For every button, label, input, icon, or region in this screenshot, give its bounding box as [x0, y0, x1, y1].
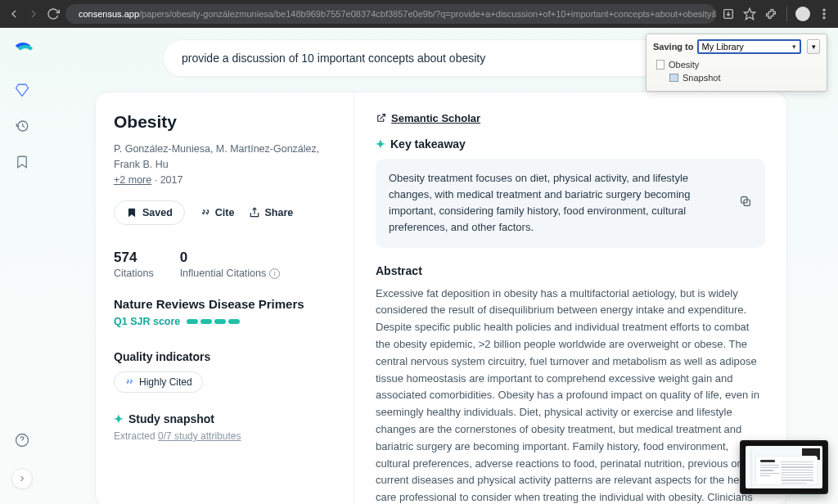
svg-point-7 [823, 17, 825, 19]
saving-to-label: Saving to [653, 42, 694, 52]
url-path: /papers/obesity-gonzálezmuniesa/be148b96… [139, 9, 716, 19]
authors-line: P. González-Muniesa, M. Martínez-Gonzále… [114, 142, 336, 187]
address-bar[interactable]: consensus.app/papers/obesity-gonzálezmun… [65, 4, 716, 24]
history-icon[interactable] [14, 118, 30, 134]
influential-value: 0 [180, 250, 281, 266]
svg-line-13 [380, 115, 385, 119]
journal-name: Nature Reviews Disease Primers [114, 297, 336, 311]
takeaway-body: Obesity treatment focuses on diet, physi… [389, 172, 691, 233]
install-app-icon[interactable] [721, 7, 736, 21]
library-select[interactable]: My Library ▾ [697, 39, 801, 54]
search-input[interactable]: provide a discussion of 10 important con… [163, 39, 719, 77]
reload-button[interactable] [46, 7, 61, 21]
forward-button[interactable] [26, 7, 41, 21]
snapshot-attributes-link[interactable]: 0/7 study attributes [158, 430, 241, 442]
svg-marker-4 [744, 8, 755, 19]
bookmark-star-icon[interactable] [742, 7, 757, 21]
library-select-value: My Library [702, 42, 744, 52]
sparkle-icon: ✦ [376, 137, 385, 151]
saved-button[interactable]: Saved [114, 200, 185, 225]
info-icon[interactable]: i [269, 268, 280, 279]
svg-point-6 [823, 13, 825, 15]
abstract-heading: Abstract [376, 264, 765, 277]
browser-toolbar: consensus.app/papers/obesity-gonzálezmun… [0, 0, 838, 28]
url-domain: consensus.app [79, 9, 139, 19]
saved-item-row[interactable]: Obesity [656, 58, 820, 71]
cite-button-label: Cite [215, 207, 235, 218]
browser-menu-icon[interactable] [817, 7, 831, 21]
svg-marker-8 [16, 84, 29, 96]
saved-item-title: Obesity [669, 60, 699, 70]
help-icon[interactable] [14, 432, 30, 448]
paper-card: Obesity P. González-Muniesa, M. Martínez… [95, 92, 787, 504]
quality-heading: Quality indicators [114, 350, 336, 363]
premium-diamond-icon[interactable] [14, 82, 30, 98]
saved-snapshot-row[interactable]: Snapshot [656, 71, 820, 84]
citations-label: Citations [114, 268, 154, 279]
pip-thumbnail[interactable] [740, 440, 828, 494]
share-button-label: Share [264, 207, 293, 218]
highly-cited-label: Highly Cited [139, 376, 192, 388]
document-icon [656, 60, 665, 70]
highly-cited-pill[interactable]: Highly Cited [114, 371, 203, 393]
semantic-scholar-link[interactable]: Semantic Scholar [376, 112, 765, 124]
search-query-text: provide a discussion of 10 important con… [182, 52, 485, 65]
takeaway-heading: Key takeaway [390, 137, 466, 151]
extensions-icon[interactable] [764, 7, 778, 21]
toolbar-divider [786, 7, 787, 21]
share-button[interactable]: Share [249, 207, 293, 218]
sidebar [0, 28, 44, 504]
sjr-score-bars [187, 319, 240, 324]
library-dropdown-button[interactable]: ▾ [807, 39, 820, 54]
influential-stat: 0 Influential Citationsi [180, 250, 281, 279]
copy-takeaway-button[interactable] [739, 195, 755, 211]
chevron-down-icon: ▾ [792, 43, 796, 51]
paper-title: Obesity [114, 112, 336, 132]
snapshot-icon [669, 74, 678, 82]
sparkle-icon: ✦ [114, 412, 124, 425]
saved-button-label: Saved [142, 207, 173, 218]
abstract-body: Excessive fat deposition in obesity has … [376, 286, 765, 504]
saved-snapshot-label: Snapshot [683, 73, 720, 83]
svg-point-5 [823, 9, 825, 11]
expand-sidebar-button[interactable] [11, 468, 33, 489]
citations-value: 574 [114, 250, 154, 266]
semantic-scholar-label: Semantic Scholar [391, 112, 480, 124]
bookmarks-icon[interactable] [14, 154, 30, 170]
profile-avatar[interactable] [795, 7, 810, 21]
citations-stat: 574 Citations [114, 250, 154, 279]
more-authors-link[interactable]: +2 more [114, 174, 151, 186]
influential-label: Influential Citations [180, 268, 267, 279]
authors-names: P. González-Muniesa, M. Martínez-Gonzále… [114, 143, 319, 170]
paper-year: 2017 [160, 174, 183, 186]
cite-button[interactable]: Cite [200, 207, 235, 218]
back-button[interactable] [7, 7, 21, 21]
zotero-save-popup: Saving to My Library ▾ ▾ Obesity Snapsho… [646, 34, 827, 92]
snapshot-heading: Study snapshot [128, 412, 214, 425]
takeaway-box: Obesity treatment focuses on diet, physi… [376, 159, 765, 248]
snapshot-sub-prefix: Extracted [114, 430, 158, 442]
sjr-label: Q1 SJR score [114, 316, 180, 327]
consensus-logo[interactable] [12, 43, 32, 62]
